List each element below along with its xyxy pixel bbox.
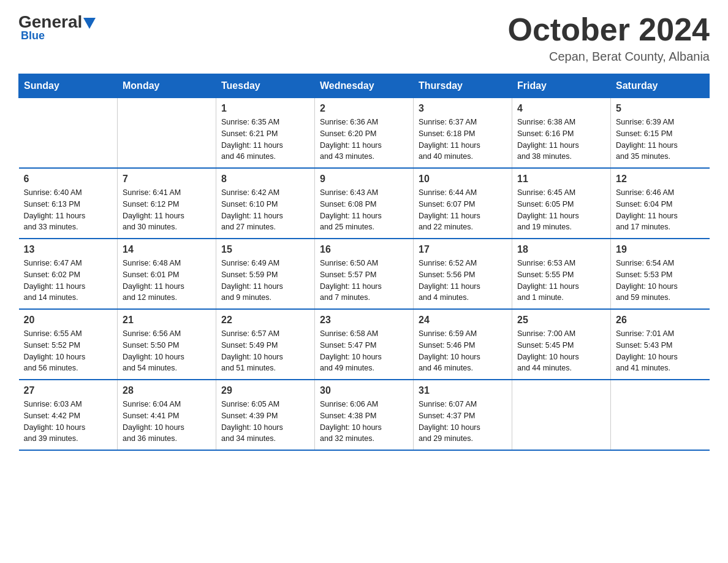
week-row-5: 27Sunrise: 6:03 AM Sunset: 4:42 PM Dayli… [19,380,710,450]
calendar-cell: 13Sunrise: 6:47 AM Sunset: 6:02 PM Dayli… [19,239,118,309]
calendar-cell: 10Sunrise: 6:44 AM Sunset: 6:07 PM Dayli… [414,168,512,239]
day-info: Sunrise: 6:03 AM Sunset: 4:42 PM Dayligh… [24,399,113,445]
day-info: Sunrise: 6:39 AM Sunset: 6:15 PM Dayligh… [616,117,705,163]
calendar-cell: 29Sunrise: 6:05 AM Sunset: 4:39 PM Dayli… [216,380,315,450]
calendar-header: SundayMondayTuesdayWednesdayThursdayFrid… [19,74,710,98]
day-number: 27 [24,385,113,396]
day-number: 19 [616,244,705,255]
day-number: 17 [419,244,507,255]
day-info: Sunrise: 6:52 AM Sunset: 5:56 PM Dayligh… [419,258,507,304]
day-info: Sunrise: 6:36 AM Sunset: 6:20 PM Dayligh… [320,117,408,163]
weekday-wednesday: Wednesday [315,74,414,98]
day-number: 14 [123,244,211,255]
title-section: October 2024 Cepan, Berat County, Albani… [508,12,710,64]
calendar-body: 1Sunrise: 6:35 AM Sunset: 6:21 PM Daylig… [19,98,710,451]
day-number: 25 [517,315,605,326]
day-number: 15 [221,244,309,255]
day-info: Sunrise: 7:00 AM Sunset: 5:45 PM Dayligh… [517,328,605,374]
weekday-thursday: Thursday [414,74,512,98]
day-info: Sunrise: 6:53 AM Sunset: 5:55 PM Dayligh… [517,258,605,304]
day-number: 23 [320,315,408,326]
day-number: 16 [320,244,408,255]
day-info: Sunrise: 6:05 AM Sunset: 4:39 PM Dayligh… [221,399,309,445]
day-info: Sunrise: 6:35 AM Sunset: 6:21 PM Dayligh… [221,117,309,163]
logo: General Blue [18,12,96,42]
day-info: Sunrise: 6:06 AM Sunset: 4:38 PM Dayligh… [320,399,408,445]
day-number: 7 [123,174,211,185]
calendar-cell: 8Sunrise: 6:42 AM Sunset: 6:10 PM Daylig… [216,168,315,239]
week-row-1: 1Sunrise: 6:35 AM Sunset: 6:21 PM Daylig… [19,98,710,169]
calendar-cell: 20Sunrise: 6:55 AM Sunset: 5:52 PM Dayli… [19,309,118,380]
logo-blue-text: Blue [21,29,45,42]
calendar-cell: 25Sunrise: 7:00 AM Sunset: 5:45 PM Dayli… [512,309,611,380]
calendar-cell: 6Sunrise: 6:40 AM Sunset: 6:13 PM Daylig… [19,168,118,239]
weekday-row: SundayMondayTuesdayWednesdayThursdayFrid… [19,74,710,98]
day-info: Sunrise: 6:59 AM Sunset: 5:46 PM Dayligh… [419,328,507,374]
day-info: Sunrise: 6:54 AM Sunset: 5:53 PM Dayligh… [616,258,705,304]
day-number: 13 [24,244,113,255]
day-number: 22 [221,315,309,326]
day-number: 6 [24,174,113,185]
day-number: 9 [320,174,408,185]
calendar-cell: 26Sunrise: 7:01 AM Sunset: 5:43 PM Dayli… [611,309,710,380]
calendar-cell: 12Sunrise: 6:46 AM Sunset: 6:04 PM Dayli… [611,168,710,239]
week-row-4: 20Sunrise: 6:55 AM Sunset: 5:52 PM Dayli… [19,309,710,380]
location-title: Cepan, Berat County, Albania [508,50,710,64]
day-info: Sunrise: 7:01 AM Sunset: 5:43 PM Dayligh… [616,328,705,374]
day-info: Sunrise: 6:56 AM Sunset: 5:50 PM Dayligh… [123,328,211,374]
calendar-cell: 16Sunrise: 6:50 AM Sunset: 5:57 PM Dayli… [315,239,414,309]
day-info: Sunrise: 6:47 AM Sunset: 6:02 PM Dayligh… [24,258,113,304]
weekday-monday: Monday [118,74,216,98]
calendar-cell: 18Sunrise: 6:53 AM Sunset: 5:55 PM Dayli… [512,239,611,309]
day-number: 24 [419,315,507,326]
day-number: 5 [616,103,705,114]
calendar-cell: 4Sunrise: 6:38 AM Sunset: 6:16 PM Daylig… [512,98,611,169]
day-info: Sunrise: 6:48 AM Sunset: 6:01 PM Dayligh… [123,258,211,304]
calendar-cell: 22Sunrise: 6:57 AM Sunset: 5:49 PM Dayli… [216,309,315,380]
calendar-table: SundayMondayTuesdayWednesdayThursdayFrid… [18,74,710,451]
day-number: 26 [616,315,705,326]
day-number: 18 [517,244,605,255]
calendar-cell [19,98,118,169]
day-info: Sunrise: 6:04 AM Sunset: 4:41 PM Dayligh… [123,399,211,445]
day-info: Sunrise: 6:41 AM Sunset: 6:12 PM Dayligh… [123,187,211,233]
day-number: 10 [419,174,507,185]
month-title: October 2024 [508,12,710,47]
calendar-cell: 9Sunrise: 6:43 AM Sunset: 6:08 PM Daylig… [315,168,414,239]
calendar-cell: 17Sunrise: 6:52 AM Sunset: 5:56 PM Dayli… [414,239,512,309]
day-number: 11 [517,174,605,185]
day-info: Sunrise: 6:44 AM Sunset: 6:07 PM Dayligh… [419,187,507,233]
logo-triangle-icon [83,18,96,29]
day-number: 8 [221,174,309,185]
calendar-cell: 11Sunrise: 6:45 AM Sunset: 6:05 PM Dayli… [512,168,611,239]
week-row-3: 13Sunrise: 6:47 AM Sunset: 6:02 PM Dayli… [19,239,710,309]
day-number: 12 [616,174,705,185]
calendar-cell: 3Sunrise: 6:37 AM Sunset: 6:18 PM Daylig… [414,98,512,169]
day-info: Sunrise: 6:49 AM Sunset: 5:59 PM Dayligh… [221,258,309,304]
day-info: Sunrise: 6:07 AM Sunset: 4:37 PM Dayligh… [419,399,507,445]
day-info: Sunrise: 6:42 AM Sunset: 6:10 PM Dayligh… [221,187,309,233]
calendar-cell [118,98,216,169]
day-info: Sunrise: 6:40 AM Sunset: 6:13 PM Dayligh… [24,187,113,233]
day-number: 3 [419,103,507,114]
page-header: General Blue October 2024 Cepan, Berat C… [18,12,710,64]
calendar-cell: 15Sunrise: 6:49 AM Sunset: 5:59 PM Dayli… [216,239,315,309]
day-number: 31 [419,385,507,396]
week-row-2: 6Sunrise: 6:40 AM Sunset: 6:13 PM Daylig… [19,168,710,239]
calendar-cell: 14Sunrise: 6:48 AM Sunset: 6:01 PM Dayli… [118,239,216,309]
day-info: Sunrise: 6:57 AM Sunset: 5:49 PM Dayligh… [221,328,309,374]
calendar-cell: 19Sunrise: 6:54 AM Sunset: 5:53 PM Dayli… [611,239,710,309]
weekday-sunday: Sunday [19,74,118,98]
day-number: 2 [320,103,408,114]
calendar-cell: 2Sunrise: 6:36 AM Sunset: 6:20 PM Daylig… [315,98,414,169]
calendar-cell: 7Sunrise: 6:41 AM Sunset: 6:12 PM Daylig… [118,168,216,239]
day-number: 21 [123,315,211,326]
day-info: Sunrise: 6:45 AM Sunset: 6:05 PM Dayligh… [517,187,605,233]
calendar-cell [611,380,710,450]
day-info: Sunrise: 6:58 AM Sunset: 5:47 PM Dayligh… [320,328,408,374]
calendar-cell [512,380,611,450]
calendar-cell: 21Sunrise: 6:56 AM Sunset: 5:50 PM Dayli… [118,309,216,380]
calendar-cell: 30Sunrise: 6:06 AM Sunset: 4:38 PM Dayli… [315,380,414,450]
day-number: 20 [24,315,113,326]
day-number: 28 [123,385,211,396]
